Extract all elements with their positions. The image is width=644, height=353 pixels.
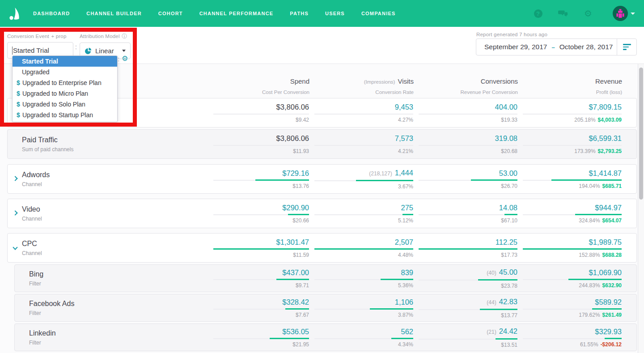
table-row: Video Channel $290.90 $20.66 275 5.12% 1…: [7, 199, 637, 228]
metric-value[interactable]: $589.92: [595, 298, 622, 306]
dropdown-item-started-trial[interactable]: Started Trial: [13, 56, 117, 67]
account-menu[interactable]: [613, 6, 635, 21]
metric-value[interactable]: $1,301.47: [276, 238, 309, 246]
metric-value[interactable]: 42.83: [499, 298, 517, 306]
dropdown-item-upgraded-solo[interactable]: $ Upgraded to Solo Plan: [13, 99, 117, 110]
settings-gear-icon[interactable]: ⚙: [583, 9, 593, 18]
metric-value[interactable]: $1,069.90: [589, 268, 622, 276]
metric-value[interactable]: 9,453: [395, 103, 413, 111]
metric-value[interactable]: 404.00: [495, 103, 517, 111]
row-title[interactable]: CPC: [22, 240, 208, 248]
event-settings-gear-icon[interactable]: ⚙: [122, 54, 128, 63]
metric-value[interactable]: 24.42: [499, 327, 517, 335]
metric-sub: $17.73: [501, 252, 517, 258]
metric-underline: [213, 309, 309, 310]
metric-sub: $13.77: [501, 312, 517, 319]
nav-item-dashboard[interactable]: DASHBOARD: [33, 11, 70, 16]
row-title[interactable]: Facebook Ads: [29, 300, 208, 308]
metric-subvalue: $19.33: [413, 117, 517, 123]
metric-value[interactable]: 53.00: [499, 169, 517, 177]
metric-value[interactable]: $536.05: [282, 327, 309, 336]
metric-value[interactable]: $7,809.15: [589, 103, 622, 111]
vertical-scrollbar[interactable]: [638, 64, 644, 353]
metric-sub: $9.71: [296, 282, 309, 289]
dropdown-item-upgraded-micro[interactable]: $ Upgraded to Micro Plan: [13, 88, 117, 99]
metric-value[interactable]: $1,414.87: [589, 169, 622, 177]
metric-value[interactable]: 275: [401, 204, 413, 212]
metric-subvalue: 205.18%$4,003.09: [517, 117, 622, 123]
metric-value[interactable]: 839: [401, 268, 413, 276]
row-title[interactable]: Bing: [29, 270, 208, 278]
metric-value[interactable]: 319.08: [495, 134, 517, 142]
share-bar: [568, 279, 622, 280]
dropdown-item-upgraded[interactable]: Upgraded: [13, 67, 117, 77]
expand-chevron-icon[interactable]: [13, 177, 17, 181]
metric-value[interactable]: $3,806.06: [276, 134, 309, 142]
metric-value[interactable]: 1,444: [395, 169, 413, 177]
metric-cell: $329.93 61.55%-$206.12: [517, 324, 622, 351]
metric-value[interactable]: $290.90: [282, 204, 309, 212]
row-title[interactable]: Paid Traffic: [22, 136, 208, 144]
metric-subvalue: $17.73: [413, 252, 517, 258]
metric-cell: 2,507 4.48%: [309, 234, 413, 262]
nav-item-companies[interactable]: COMPANIES: [361, 11, 396, 16]
nav-item-paths[interactable]: PATHS: [290, 11, 309, 16]
metric-value[interactable]: 7,573: [395, 134, 413, 142]
metric-value[interactable]: 112.25: [496, 238, 517, 246]
expand-chevron-icon[interactable]: [13, 246, 17, 250]
metric-subvalue: 179.62%$261.49: [517, 312, 622, 318]
metric-value[interactable]: 562: [401, 327, 413, 336]
date-range-picker[interactable]: September 29, 2017 – October 28, 2017: [476, 38, 637, 55]
share-bar: [402, 214, 413, 215]
nav-item-channel-performance[interactable]: CHANNEL PERFORMANCE: [199, 11, 274, 16]
metric-underline: [213, 114, 309, 115]
share-bar: [370, 308, 413, 310]
row-title[interactable]: Adwords: [22, 171, 208, 179]
metric-sub: 4.27%: [398, 117, 413, 123]
attribution-model-value: Linear: [95, 47, 114, 55]
dropdown-item-upgraded-startup[interactable]: $ Upgraded to Startup Plan: [13, 110, 117, 120]
metric-value[interactable]: $328.42: [282, 298, 309, 306]
row-title[interactable]: Linkedin: [29, 329, 208, 337]
app-logo-icon[interactable]: [9, 6, 22, 21]
date-end: October 28, 2017: [559, 43, 613, 51]
metric-value[interactable]: $944.97: [595, 204, 622, 212]
row-cells: $729.16 $13.76 (218,127)1,444 3.67% 53.0…: [208, 165, 636, 193]
metric-prefix: (40): [487, 270, 496, 276]
metric-sub: 4.34%: [398, 341, 413, 348]
metric-subvalue: 3.87%: [309, 312, 413, 318]
dropdown-item-upgraded-enterprise[interactable]: $ Upgraded to Enterprise Plan: [13, 77, 117, 88]
metric-cell: $328.42 $7.67: [208, 294, 309, 321]
column-prefix: (Impressions): [364, 79, 395, 85]
metric-value[interactable]: $437.00: [282, 268, 309, 276]
info-icon[interactable]: ⓘ: [122, 33, 127, 39]
metric-value[interactable]: $6,599.31: [589, 134, 622, 142]
metric-underline: [314, 338, 413, 339]
nav-item-users[interactable]: USERS: [325, 11, 345, 16]
metric-cell: (44)42.83 $13.77: [413, 294, 517, 321]
metric-value[interactable]: $329.93: [595, 327, 622, 336]
expand-chevron-icon[interactable]: [13, 211, 17, 215]
chat-icon[interactable]: [558, 9, 568, 18]
metric-value[interactable]: 45.00: [499, 268, 517, 276]
scrollbar-thumb[interactable]: [639, 68, 643, 200]
add-prop-link[interactable]: + prop: [51, 34, 66, 39]
metric-value[interactable]: 1,106: [395, 298, 413, 306]
metric-underline: [314, 145, 413, 146]
row-title[interactable]: Video: [22, 205, 208, 213]
metric-value[interactable]: $729.16: [282, 169, 309, 177]
metric-value[interactable]: $3,806.06: [276, 103, 309, 111]
metric-value[interactable]: 14.08: [499, 204, 517, 212]
metric-subvalue: $13.76: [208, 183, 309, 189]
metric-sub: $21.95: [292, 341, 309, 348]
metric-percent: 194.04%: [579, 183, 600, 189]
help-icon[interactable]: ?: [533, 9, 543, 18]
metric-cell: $290.90 $20.66: [208, 199, 309, 228]
nav-item-cohort[interactable]: COHORT: [158, 11, 183, 16]
metric-underline: [314, 214, 413, 215]
sort-lines-icon[interactable]: [617, 39, 636, 55]
metric-value[interactable]: $1,989.75: [589, 238, 622, 246]
metric-cell: 9,453 4.27%: [309, 98, 413, 127]
metric-value[interactable]: 2,507: [395, 238, 413, 246]
nav-item-channel-builder[interactable]: CHANNEL BUILDER: [86, 11, 142, 16]
